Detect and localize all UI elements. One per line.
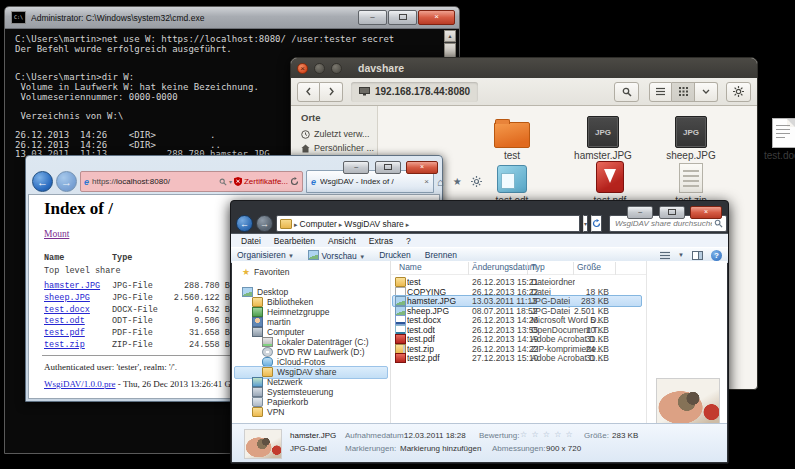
file-row[interactable]: test.docx26.12.2013 14:26Microsoft Word … bbox=[393, 315, 642, 325]
breadcrumb-item-wsgidav-share[interactable]: WsgiDAV share bbox=[344, 219, 403, 229]
breadcrumb-item-computer[interactable]: Computer bbox=[300, 219, 337, 229]
tab-close-icon[interactable]: × bbox=[424, 177, 429, 186]
sidebar-item-home[interactable]: Persönlicher ... bbox=[292, 141, 377, 155]
close-button[interactable]: × bbox=[406, 161, 438, 174]
file-link[interactable]: sheep.JPG bbox=[44, 293, 90, 303]
sidebar-item-martin[interactable]: martin bbox=[252, 317, 291, 327]
preview-button[interactable]: Vorschau ▼ bbox=[308, 250, 365, 261]
help-button[interactable]: ? bbox=[711, 250, 722, 261]
refresh-icon[interactable] bbox=[290, 177, 299, 186]
menu-extras[interactable]: Extras bbox=[369, 236, 393, 246]
scroll-up-icon[interactable]: ▲ bbox=[444, 30, 456, 42]
views-button[interactable] bbox=[660, 251, 670, 260]
rating-stars[interactable]: ☆ ☆ ☆ ☆ ☆ bbox=[520, 430, 574, 439]
maximize-button[interactable] bbox=[375, 161, 401, 174]
control-panel-icon bbox=[252, 387, 263, 397]
mount-link[interactable]: Mount bbox=[44, 229, 69, 239]
sidebar-item-local-disk-c[interactable]: Lokaler Datenträger (C:) bbox=[262, 337, 369, 347]
minimize-button[interactable]: – bbox=[343, 161, 369, 174]
back-button[interactable]: ← bbox=[236, 215, 253, 232]
file-row[interactable]: test.odt26.12.2013 13:55OpenDocument T..… bbox=[393, 325, 642, 335]
file-link[interactable]: test.odt bbox=[44, 316, 85, 326]
folder-icon bbox=[280, 219, 292, 229]
search-button[interactable] bbox=[614, 82, 639, 102]
breadcrumb[interactable]: Computer WsgiDAV share bbox=[276, 215, 580, 232]
sidebar-item-desktop[interactable]: Desktop bbox=[242, 287, 288, 297]
file-item[interactable]: JPG sheep.JPG bbox=[645, 116, 737, 161]
back-button[interactable] bbox=[297, 82, 320, 102]
grid-view-button[interactable] bbox=[672, 82, 695, 102]
minimize-button[interactable]: – bbox=[627, 206, 653, 219]
forward-button[interactable]: → bbox=[256, 215, 273, 232]
ie-titlebar[interactable]: – × bbox=[26, 156, 442, 169]
minimize-button[interactable] bbox=[314, 63, 325, 74]
menu-help[interactable]: ? bbox=[406, 236, 411, 246]
column-header-size[interactable]: Größe bbox=[577, 262, 601, 272]
nautilus-titlebar[interactable]: × davshare bbox=[291, 58, 757, 78]
file-link[interactable]: test.pdf bbox=[44, 328, 85, 338]
maximize-button[interactable] bbox=[388, 10, 417, 25]
minimize-button[interactable]: – bbox=[358, 10, 387, 25]
sidebar-item-netzwerk[interactable]: Netzwerk bbox=[252, 377, 302, 387]
burn-button[interactable]: Brennen bbox=[425, 250, 457, 260]
back-button[interactable]: ← bbox=[32, 171, 53, 192]
address-dropdown-button[interactable]: ▾ bbox=[583, 215, 588, 232]
close-button[interactable]: × bbox=[297, 63, 308, 74]
file-row[interactable]: test2.pdf27.12.2013 15:10Adobe Acrobat D… bbox=[393, 353, 642, 363]
preview-pane-button[interactable] bbox=[692, 251, 703, 260]
wsgidav-link[interactable]: WsgiDAV/1.0.0.pre bbox=[44, 379, 116, 389]
sidebar-item-heimnetzgruppe[interactable]: Heimnetzgruppe bbox=[252, 307, 329, 317]
view-options-button[interactable] bbox=[695, 82, 718, 102]
file-row[interactable]: sheep.JPG08.07.2011 18:52JPG-Datei2.501 … bbox=[393, 306, 642, 316]
certificate-error-shield-icon[interactable] bbox=[234, 177, 242, 186]
sidebar-item-systemsteuerung[interactable]: Systemsteuerung bbox=[252, 387, 333, 397]
home-icon[interactable]: ⌂ bbox=[437, 176, 444, 188]
maximize-button[interactable] bbox=[331, 63, 342, 74]
file-link[interactable]: test.zip bbox=[44, 340, 85, 350]
settings-button[interactable] bbox=[726, 82, 751, 102]
sidebar-item-favoriten[interactable]: ★Favoriten bbox=[242, 267, 290, 277]
menu-datei[interactable]: Datei bbox=[241, 236, 261, 246]
print-button[interactable]: Drucken bbox=[379, 250, 411, 260]
sidebar-item-computer[interactable]: Computer bbox=[252, 327, 304, 337]
tools-gear-icon[interactable] bbox=[471, 176, 482, 187]
file-item[interactable]: test bbox=[466, 116, 558, 161]
menu-ansicht[interactable]: Ansicht bbox=[328, 236, 356, 246]
search-dropdown-icon[interactable]: ▾ bbox=[229, 178, 232, 185]
sidebar-item-vpn[interactable]: VPN bbox=[252, 407, 284, 417]
certificate-error-label[interactable]: Zertifikatfe... bbox=[244, 177, 288, 186]
forward-button[interactable] bbox=[320, 82, 343, 102]
forward-button[interactable]: → bbox=[56, 171, 77, 192]
tags-value[interactable]: Markierung hinzufügen bbox=[400, 444, 481, 453]
favorites-star-icon[interactable]: ★ bbox=[453, 176, 462, 187]
refresh-button[interactable] bbox=[591, 215, 602, 232]
location-button[interactable]: 192.168.178.44:8080 bbox=[351, 82, 478, 102]
close-button[interactable]: × bbox=[418, 10, 455, 25]
file-row[interactable]: test.zip26.12.2013 14:22ZIP-komprimierte… bbox=[393, 344, 642, 354]
console-line: Der Befehl wurde erfolgreich ausgeführt. bbox=[15, 45, 457, 55]
sidebar-item-wsgidav-share[interactable]: WsgiDAV share bbox=[262, 367, 336, 377]
list-view-button[interactable] bbox=[649, 82, 672, 102]
address-bar[interactable]: e https://localhost:8080/ ▾ Zertifikatfe… bbox=[80, 171, 303, 192]
maximize-button[interactable] bbox=[659, 206, 685, 219]
sidebar-item-dvd-drive-d[interactable]: DVD RW Laufwerk (D:) bbox=[262, 347, 365, 357]
file-item[interactable]: JPG hamster.JPG bbox=[557, 116, 649, 161]
explorer-titlebar[interactable]: – × bbox=[231, 201, 728, 214]
cmd-titlebar[interactable]: C:\ Administrator: C:\Windows\system32\c… bbox=[5, 7, 459, 29]
sidebar-item-papierkorb[interactable]: Papierkorb bbox=[252, 397, 308, 407]
file-link[interactable]: hamster.JPG bbox=[44, 281, 100, 291]
organize-button[interactable]: Organisieren ▼ bbox=[237, 250, 294, 260]
status-filetype: JPG-Datei bbox=[290, 444, 327, 453]
search-icon[interactable] bbox=[219, 178, 227, 186]
file-link[interactable]: test.docx bbox=[44, 305, 90, 315]
menu-bearbeiten[interactable]: Bearbeiten bbox=[274, 236, 315, 246]
file-row[interactable]: test26.12.2013 15:21Dateiordner bbox=[393, 277, 642, 287]
sidebar-item-recent[interactable]: Zuletzt verw... bbox=[292, 127, 377, 141]
sidebar-item-bibliotheken[interactable]: Bibliotheken bbox=[252, 297, 313, 307]
close-button[interactable]: × bbox=[690, 206, 722, 219]
column-header-type[interactable]: Typ bbox=[531, 262, 545, 272]
column-header-name[interactable]: Name bbox=[399, 262, 422, 272]
views-dropdown-icon[interactable]: ▼ bbox=[678, 252, 684, 258]
file-row[interactable]: test.pdf26.12.2013 14:19Adobe Acrobat D.… bbox=[393, 334, 642, 344]
file-item[interactable]: test.docx bbox=[738, 116, 795, 161]
